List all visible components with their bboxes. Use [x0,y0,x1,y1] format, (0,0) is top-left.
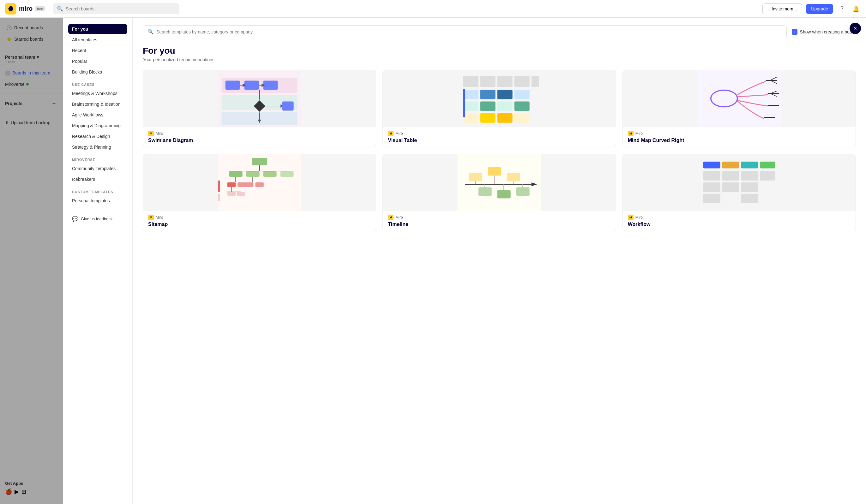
section-subtitle: Your personalized recommendations. [143,57,856,62]
miro-logo-icon [5,3,16,14]
show-checkbox[interactable]: ✓ [792,29,798,35]
template-thumb-timeline [383,154,615,211]
close-button[interactable]: × [850,23,861,34]
feedback-item[interactable]: 💬 Give us feedback [68,213,127,225]
modal-nav-recent[interactable]: Recent [68,45,127,56]
modal-nav-building-blocks[interactable]: Building Blocks [68,67,127,77]
svg-rect-84 [722,162,739,169]
template-name-workflow: Workflow [628,221,851,227]
svg-rect-33 [697,70,781,127]
svg-rect-32 [463,89,465,117]
feedback-label: Give us feedback [81,217,112,221]
svg-rect-20 [463,90,478,99]
notifications-button[interactable]: 🔔 [851,4,861,14]
svg-rect-44 [252,158,267,165]
svg-rect-27 [514,102,530,111]
template-thumb-sitemap [143,154,376,211]
modal-nav-community[interactable]: Community Templates [68,163,127,174]
template-name-mindmap: Mind Map Curved Right [628,138,851,143]
svg-rect-66 [218,194,220,201]
miro-badge-icon: M [148,131,154,136]
svg-rect-62 [237,192,245,196]
template-search[interactable]: 🔍 [143,25,787,38]
provider-wf: Miro [635,215,643,220]
miro-badge-visual-table: M Miro [388,131,610,136]
miro-badge-mindmap: M Miro [628,131,851,136]
svg-rect-5 [244,81,259,90]
modal-nav-icebreakers[interactable]: Icebreakers [68,174,127,184]
miro-badge-icon-mm: M [628,131,634,136]
svg-rect-23 [514,90,530,99]
show-label: Show when creating a board [800,29,856,34]
use-cases-label: USE CASES [68,78,127,88]
template-name-swimlane: Swimlane Diagram [148,138,371,143]
modal-sidebar: For you All templates Recent Popular Bui… [63,18,133,504]
template-thumb-swimlane [143,70,376,127]
svg-rect-15 [463,76,478,87]
show-when-creating-toggle: ✓ Show when creating a board [792,29,856,35]
svg-rect-55 [227,182,236,187]
template-name-sitemap: Sitemap [148,221,371,227]
modal-nav-popular[interactable]: Popular [68,56,127,66]
modal-nav-agile[interactable]: Agile Workflows [68,110,127,120]
modal-nav-meetings[interactable]: Meetings & Workshops [68,88,127,99]
miro-badge-workflow: M Miro [628,215,851,220]
template-card-mindmap[interactable]: M Miro Mind Map Curved Right [622,70,856,147]
search-input[interactable] [66,6,176,11]
template-name-visual-table: Visual Table [388,138,610,143]
invite-button[interactable]: + Invite mem... [763,3,802,14]
template-card-timeline[interactable]: M Miro Timeline [382,154,616,231]
svg-rect-92 [741,171,758,181]
template-card-visual-table[interactable]: M Miro Visual Table [382,70,616,147]
modal-nav-research[interactable]: Research & Design [68,131,127,141]
free-badge: free [35,6,45,11]
template-card-sitemap[interactable]: M Miro Sitemap [143,154,376,231]
svg-rect-95 [760,171,775,181]
logo-text: miro [19,5,33,12]
svg-rect-25 [480,102,496,111]
miro-badge-timeline: M Miro [388,215,610,220]
svg-rect-86 [760,162,775,169]
svg-rect-17 [497,76,513,87]
template-search-input[interactable] [156,29,782,34]
modal-main: 🔍 ✓ Show when creating a board For you Y… [133,18,866,504]
template-thumb-mindmap [623,70,856,127]
template-card-swimlane[interactable]: M Miro Swimlane Diagram [143,70,376,147]
template-info-timeline: M Miro Timeline [383,211,615,231]
template-modal: × For you All templates Recent Popular B… [63,18,866,504]
modal-nav-for-you[interactable]: For you [68,24,127,34]
svg-rect-48 [263,171,277,177]
svg-rect-78 [517,187,530,196]
miro-badge-icon-vt: M [388,131,393,136]
svg-rect-13 [282,102,294,111]
search-icon-modal: 🔍 [147,29,154,35]
modal-search-row: 🔍 ✓ Show when creating a board [143,25,856,38]
template-card-workflow[interactable]: M Miro Workflow [622,154,856,231]
search-bar[interactable]: 🔍 [53,3,179,14]
modal-nav-brainstorming[interactable]: Brainstorming & Ideation [68,99,127,109]
svg-rect-93 [741,182,758,192]
modal-nav-personal[interactable]: Personal templates [68,196,127,206]
svg-rect-21 [480,90,496,99]
svg-rect-72 [507,173,520,181]
modal-nav-strategy[interactable]: Strategy & Planning [68,142,127,152]
svg-rect-88 [703,182,720,192]
svg-rect-58 [245,182,253,187]
svg-rect-90 [722,171,739,181]
provider-sm: Miro [156,215,163,220]
modal-nav-all-templates[interactable]: All templates [68,35,127,45]
template-info-workflow: M Miro Workflow [623,211,856,231]
modal-nav-mapping[interactable]: Mapping & Diagramming [68,121,127,131]
svg-rect-91 [722,182,739,192]
section-title: For you [143,46,856,56]
upgrade-button[interactable]: Upgrade [806,4,833,14]
search-icon: 🔍 [57,6,63,12]
svg-rect-31 [514,113,530,123]
svg-rect-18 [514,76,530,87]
svg-rect-85 [741,162,758,169]
provider-mm: Miro [635,131,643,136]
feedback-icon: 💬 [72,216,78,222]
help-button[interactable]: ? [837,4,847,14]
svg-rect-47 [246,171,259,177]
template-info-mindmap: M Miro Mind Map Curved Right [623,127,856,147]
